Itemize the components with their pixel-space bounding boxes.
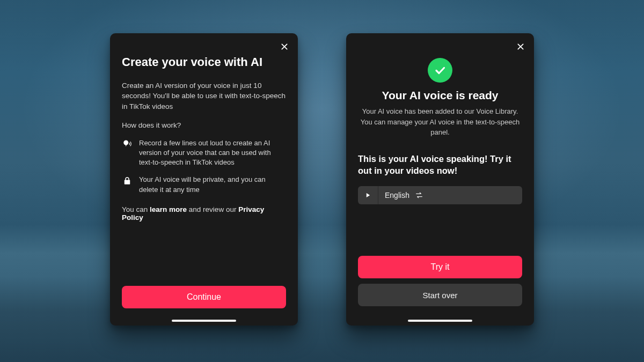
panel-title: Your AI voice is ready — [358, 89, 522, 102]
bottom-pad — [122, 308, 286, 316]
language-label: English — [385, 191, 409, 200]
panel-subtitle: Your AI voice has been added to our Voic… — [359, 106, 521, 138]
feature-private-text: Your AI voice will be private, and you c… — [139, 175, 286, 194]
language-selector[interactable]: English — [358, 186, 522, 204]
how-does-it-work: How does it work? — [122, 120, 286, 131]
play-icon — [366, 193, 370, 198]
learn-more-link[interactable]: learn more — [150, 205, 187, 213]
create-voice-panel: Create your voice with AI Create an AI v… — [110, 33, 298, 326]
home-indicator-right — [408, 320, 472, 322]
close-icon — [280, 42, 289, 51]
voice-ready-panel: Your AI voice is ready Your AI voice has… — [346, 33, 534, 326]
play-sample-button[interactable] — [358, 186, 378, 204]
spacer — [358, 204, 522, 256]
feature-private: Your AI voice will be private, and you c… — [122, 175, 286, 194]
stage: Create your voice with AI Create an AI v… — [0, 0, 644, 362]
close-icon — [516, 42, 525, 51]
feature-record-text: Record a few lines out loud to create an… — [139, 138, 286, 168]
success-check-badge — [428, 58, 452, 83]
lock-icon — [122, 175, 133, 194]
home-indicator-left — [172, 320, 236, 322]
panel-title: Create your voice with AI — [122, 55, 286, 70]
start-over-button[interactable]: Start over — [358, 284, 522, 306]
feature-record: Record a few lines out loud to create an… — [122, 138, 286, 168]
intro-text: Create an AI version of your voice in ju… — [122, 80, 286, 112]
learn-mid: and review our — [187, 205, 238, 213]
button-stack: Try it Start over — [358, 256, 522, 306]
spacer — [122, 221, 286, 286]
close-button-left[interactable] — [279, 41, 290, 53]
learn-pre: You can — [122, 205, 150, 213]
sample-speech-text: This is your AI voice speaking! Try it o… — [358, 153, 522, 177]
swap-icon — [415, 191, 423, 200]
check-icon — [434, 64, 447, 77]
close-button-right[interactable] — [515, 41, 526, 53]
language-label-wrap: English — [378, 186, 430, 204]
try-it-button[interactable]: Try it — [358, 256, 522, 278]
continue-button[interactable]: Continue — [122, 286, 286, 308]
voice-record-icon — [122, 138, 133, 168]
learn-more-line: You can learn more and review our Privac… — [122, 205, 286, 221]
